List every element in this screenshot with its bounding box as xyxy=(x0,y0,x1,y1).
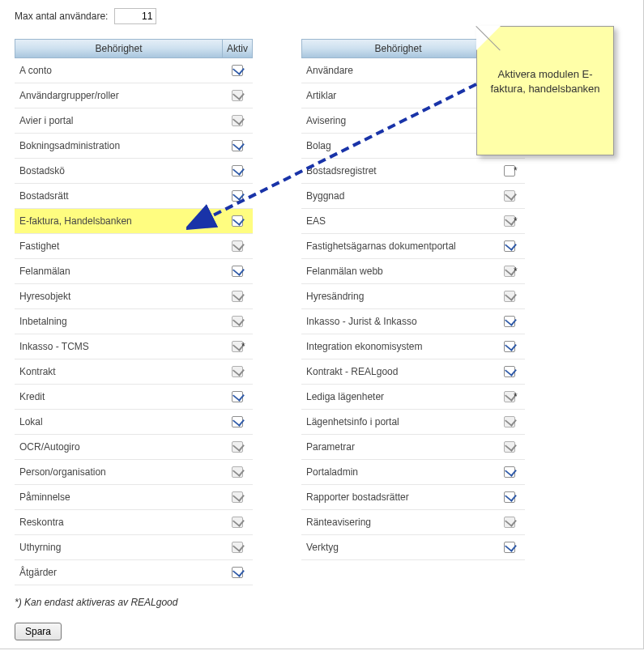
spacer xyxy=(253,359,301,385)
row-chk-kontrakt-realgood xyxy=(494,359,525,385)
row-label-artiklar: Artiklar xyxy=(301,83,494,108)
save-button[interactable]: Spara xyxy=(15,623,62,640)
row-label-kontrakt-realgood: Kontrakt - REALgood xyxy=(301,359,494,385)
row-chk-integration-ekonom xyxy=(494,334,525,359)
callout-text: Aktivera modulen E-faktura, handelsbanke… xyxy=(490,68,599,95)
checkbox-lokal[interactable] xyxy=(232,416,243,427)
spacer xyxy=(253,83,301,108)
row-chk-paminnelse xyxy=(222,485,253,510)
row-label-atgarder: Åtgärder xyxy=(15,560,222,585)
row-chk-bokningsadmin xyxy=(222,134,253,159)
checkbox-parametrar xyxy=(504,441,515,453)
row-label-kredit: Kredit xyxy=(15,385,222,410)
row-chk-e-faktura xyxy=(222,209,253,234)
star-bostadsregistret: * xyxy=(514,165,518,177)
row-chk-lokal xyxy=(222,410,253,435)
row-label-inkasso-tcms: Inkasso - TCMS xyxy=(15,334,222,359)
row-label-anvandare: Användare xyxy=(301,58,494,83)
row-chk-hyresobjekt xyxy=(222,284,253,309)
header-behorighet-left: Behörighet xyxy=(15,39,222,58)
row-label-bolag: Bolag xyxy=(301,134,494,159)
row-label-rapporter-bostadsratter: Rapporter bostadsrätter xyxy=(301,485,494,510)
checkbox-paminnelse xyxy=(232,491,243,503)
checkbox-fastighet xyxy=(232,240,243,252)
checkbox-hyresobjekt xyxy=(232,291,243,302)
checkbox-integration-ekonom[interactable] xyxy=(504,341,515,352)
row-label-felanmalan: Felanmälan xyxy=(15,259,222,284)
header-behorighet-right: Behörighet xyxy=(301,39,494,58)
spacer xyxy=(253,209,301,234)
row-label-parametrar: Parametrar xyxy=(301,435,494,460)
row-chk-inkasso-jurist xyxy=(494,309,525,334)
row-label-bostadsregistret: Bostadsregistret xyxy=(301,159,494,184)
checkbox-portaladmin[interactable] xyxy=(504,466,515,478)
checkbox-fastighetsagarnas[interactable] xyxy=(504,240,515,252)
checkbox-rapporter-bostadsratter[interactable] xyxy=(504,491,515,503)
row-label-reskontra: Reskontra xyxy=(15,510,222,535)
row-label-bokningsadmin: Bokningsadministration xyxy=(15,134,222,159)
row-label-verktyg: Verktyg xyxy=(301,535,494,560)
row-chk-hyresandring xyxy=(494,284,525,309)
checkbox-ocr-autogiro xyxy=(232,441,243,453)
row-label-inbetalning: Inbetalning xyxy=(15,309,222,334)
row-chk-avier-portal xyxy=(222,108,253,134)
spacer xyxy=(253,284,301,309)
checkbox-a-conto[interactable] xyxy=(232,65,243,76)
row-label-paminnelse: Påminnelse xyxy=(15,485,222,510)
row-label-hyresandring: Hyresändring xyxy=(301,284,494,309)
checkbox-bokningsadmin[interactable] xyxy=(232,140,243,151)
spacer xyxy=(253,435,301,460)
row-chk-portaladmin xyxy=(494,460,525,485)
row-chk-lagenhetsinfo xyxy=(494,410,525,435)
spacer xyxy=(253,485,301,510)
row-label-lokal: Lokal xyxy=(15,410,222,435)
row-chk-bostadsratt xyxy=(222,184,253,209)
star-eas: * xyxy=(514,215,518,227)
row-label-a-conto: A conto xyxy=(15,58,222,83)
checkbox-e-faktura[interactable] xyxy=(232,215,243,227)
row-chk-parametrar xyxy=(494,435,525,460)
row-chk-person-org xyxy=(222,460,253,485)
checkbox-kredit[interactable] xyxy=(232,391,243,402)
callout-box: Aktivera modulen E-faktura, handelsbanke… xyxy=(476,26,614,155)
checkbox-atgarder[interactable] xyxy=(232,567,243,578)
row-label-bostadsratt: Bostadsrätt xyxy=(15,184,222,209)
row-chk-anvandargrupper xyxy=(222,83,253,108)
checkbox-reskontra xyxy=(232,517,243,528)
checkbox-verktyg[interactable] xyxy=(504,542,515,553)
row-label-integration-ekonom: Integration ekonomisystem xyxy=(301,334,494,359)
row-label-ocr-autogiro: OCR/Autogiro xyxy=(15,435,222,460)
row-chk-atgarder xyxy=(222,560,253,585)
checkbox-bostadsratt[interactable] xyxy=(232,190,243,202)
row-chk-ranteavisering xyxy=(494,510,525,535)
spacer xyxy=(253,535,301,560)
row-chk-inkasso-tcms: * xyxy=(222,334,253,359)
row-label-avisering: Avisering xyxy=(301,108,494,134)
row-label-inkasso-jurist: Inkasso - Jurist & Inkasso xyxy=(301,309,494,334)
row-chk-ocr-autogiro xyxy=(222,435,253,460)
row-label-eas: EAS xyxy=(301,209,494,234)
row-label-bostadsko: Bostadskö xyxy=(15,159,222,184)
row-label-fastighetsagarnas: Fastighetsägarnas dokumentportal xyxy=(301,234,494,259)
checkbox-inkasso-jurist[interactable] xyxy=(504,316,515,327)
spacer xyxy=(253,58,301,83)
row-label-byggnad: Byggnad xyxy=(301,184,494,209)
spacer xyxy=(253,560,301,585)
checkbox-felanmalan[interactable] xyxy=(232,266,243,277)
spacer xyxy=(253,460,301,485)
header-aktiv-left: Aktiv xyxy=(222,39,253,58)
row-label-ranteavisering: Ränteavisering xyxy=(301,510,494,535)
row-chk-rapporter-bostadsratter xyxy=(494,485,525,510)
checkbox-uthyrning xyxy=(232,542,243,553)
row-chk-felanmalan xyxy=(222,259,253,284)
row-label-lediga-lagenheter: Lediga lägenheter xyxy=(301,385,494,410)
checkbox-bostadsko[interactable] xyxy=(232,165,243,177)
spacer xyxy=(253,108,301,134)
checkbox-kontrakt-realgood[interactable] xyxy=(504,366,515,377)
row-label-person-org: Person/organisation xyxy=(15,460,222,485)
row-chk-uthyrning xyxy=(222,535,253,560)
row-label-e-faktura: E-faktura, Handelsbanken xyxy=(15,209,222,234)
checkbox-kontrakt xyxy=(232,366,243,377)
row-chk-kredit xyxy=(222,385,253,410)
max-users-input[interactable] xyxy=(114,8,156,24)
